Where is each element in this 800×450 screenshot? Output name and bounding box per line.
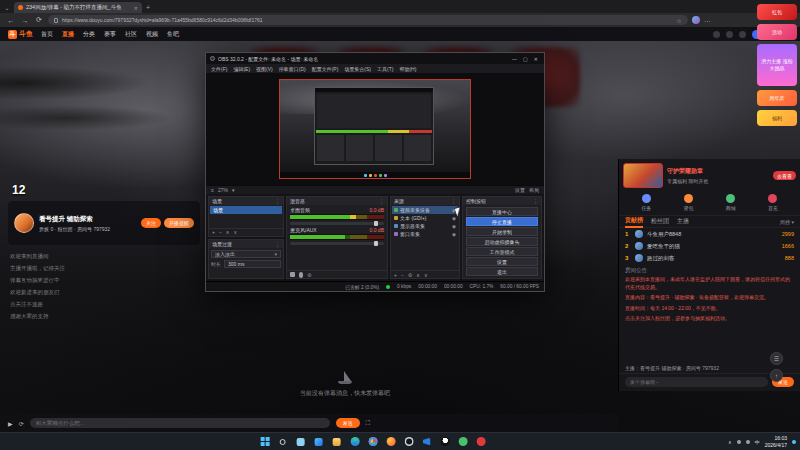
promo-hero-card[interactable]: 守护荣耀勋章 专属福利 限时开抢 去看看 (619, 159, 800, 192)
scene-add-icon[interactable]: + (212, 229, 215, 235)
speaker-icon[interactable] (290, 272, 295, 277)
refresh-player-icon[interactable]: ⟳ (19, 420, 24, 427)
more-menu-fab[interactable]: ☰ (770, 352, 783, 365)
start-recording-button[interactable]: 开始录制 (466, 227, 538, 236)
menu-docks[interactable]: 停靠窗口(D) (279, 66, 306, 72)
fullscreen-icon[interactable]: ⛶ (366, 420, 370, 427)
browser-tab[interactable]: 234回放/弹幕 - 助力不打烊直播间_斗鱼 ✕ (14, 2, 142, 13)
obs-minimize-button[interactable]: — (512, 56, 517, 62)
live-center-button[interactable]: 直播中心 (466, 207, 538, 216)
nav-category[interactable]: 分类 (83, 30, 95, 39)
browser-profile-avatar[interactable] (692, 16, 700, 24)
source-item[interactable]: 视频采集设备 ◉ (392, 206, 458, 214)
chrome-browser-icon[interactable] (367, 436, 379, 448)
nav-video[interactable]: 视频 (146, 30, 158, 39)
source-remove-icon[interactable]: − (401, 272, 404, 278)
transition-type-select[interactable]: 淡入淡出▾ (211, 250, 281, 258)
nav-live[interactable]: 直播 (62, 30, 74, 39)
widgets-icon[interactable] (313, 436, 325, 448)
scene-remove-icon[interactable]: − (219, 229, 222, 235)
toolbar-layout[interactable]: 布局 (529, 187, 539, 193)
tab-fanclub[interactable]: 粉丝团 (651, 217, 669, 226)
eye-icon[interactable]: ◉ (452, 224, 456, 229)
follow-button[interactable]: 关注 (141, 218, 161, 228)
rank-row[interactable]: 2 爱吃鱼干的猫 1666 (619, 240, 800, 252)
nav-esports[interactable]: 赛事 (104, 30, 116, 39)
scenes-menu-icon[interactable]: ⋮ (275, 198, 280, 204)
settings-button[interactable]: 设置 (466, 257, 538, 266)
input-language-indicator[interactable]: 中 (755, 439, 760, 445)
menu-scene-collection[interactable]: 场景集合(S) (344, 66, 371, 72)
quick-shop[interactable]: 商城 (726, 194, 736, 211)
menu-file[interactable]: 文件(F) (211, 66, 227, 72)
source-down-icon[interactable]: ∨ (424, 272, 428, 278)
redpacket-badge[interactable]: 红包 (757, 4, 797, 20)
scene-up-icon[interactable]: ∧ (226, 229, 230, 235)
transition-duration-field[interactable]: 300 ms (224, 260, 281, 268)
menu-edit[interactable]: 编辑(E) (233, 66, 250, 72)
tab-search-icon[interactable]: ⌄ (0, 2, 14, 13)
source-gear-icon[interactable]: ⚙ (408, 272, 412, 278)
streamer-avatar[interactable] (14, 213, 34, 233)
source-up-icon[interactable]: ∧ (416, 272, 420, 278)
source-item[interactable]: 显示器采集 ◉ (392, 222, 458, 230)
music-app-icon[interactable] (475, 436, 487, 448)
obs-preview-canvas[interactable] (206, 73, 544, 185)
tab-streamer[interactable]: 主播 (677, 217, 689, 226)
obs-window[interactable]: OBS 32.0.2 - 配置文件: 未命名 - 场景: 未命名 — ▢ ✕ 文… (205, 52, 545, 292)
search-icon[interactable] (713, 31, 720, 38)
scene-item[interactable]: 场景 (210, 206, 282, 214)
virtual-camera-button[interactable]: 启动虚拟摄像头 (466, 237, 538, 246)
menu-profile[interactable]: 配置文件(P) (312, 66, 339, 72)
douyu-logo[interactable]: 斗 斗鱼 (8, 29, 33, 39)
search-icon[interactable] (277, 436, 289, 448)
volume-icon[interactable] (746, 440, 750, 444)
sources-menu-icon[interactable]: ⋮ (451, 198, 456, 204)
tray-expand-icon[interactable]: ∧ (728, 439, 732, 445)
mixer-gear-icon[interactable]: ⚙ (307, 272, 311, 278)
danmaku-input[interactable] (30, 418, 330, 428)
eye-icon[interactable]: ◉ (452, 232, 456, 237)
refresh-icon[interactable]: ⟳ (34, 16, 44, 24)
toolbar-settings[interactable]: 设置 (515, 187, 525, 193)
desktop-audio-slider[interactable] (290, 222, 384, 225)
play-icon[interactable]: ▶ (8, 420, 13, 427)
exit-button[interactable]: 退出 (466, 267, 538, 276)
qq-icon[interactable] (439, 436, 451, 448)
rank-row[interactable]: 3 路过的剑客 888 (619, 252, 800, 264)
notification-icon[interactable] (792, 440, 796, 444)
menu-tools[interactable]: 工具(T) (377, 66, 393, 72)
eye-icon[interactable]: ◉ (452, 216, 456, 221)
tab-contribution[interactable]: 贡献榜 (625, 216, 643, 228)
url-field[interactable]: https://www.douyu.com/797932?dyshid=afa9… (48, 15, 688, 25)
obs-maximize-button[interactable]: ▢ (523, 56, 528, 62)
sidebar-danmaku-input[interactable] (625, 377, 768, 387)
danmaku-send-button[interactable]: 发送 (336, 418, 360, 428)
message-icon[interactable] (726, 31, 733, 38)
drag-handle-icon[interactable]: ≡ (211, 187, 214, 193)
edge-browser-icon[interactable] (349, 436, 361, 448)
source-item[interactable]: 窗口采集 ◉ (392, 230, 458, 238)
menu-view[interactable]: 视图(V) (256, 66, 273, 72)
wechat-icon[interactable] (457, 436, 469, 448)
quick-backpack[interactable]: 背包 (683, 194, 693, 211)
anniversary-badge[interactable]: 周年庆 (757, 90, 797, 106)
quick-task[interactable]: 任务 (641, 194, 651, 211)
welfare-badge[interactable]: 福利 (757, 110, 797, 126)
remind-button[interactable]: 开播提醒 (164, 218, 194, 228)
firefox-browser-icon[interactable] (385, 436, 397, 448)
nav-home[interactable]: 首页 (41, 30, 53, 39)
new-tab-button[interactable]: + (142, 2, 154, 13)
file-explorer-icon[interactable] (331, 436, 343, 448)
mixer-menu-icon[interactable]: ⋮ (379, 198, 384, 204)
back-to-top-fab[interactable]: ↑ (770, 369, 783, 382)
controls-menu-icon[interactable]: ⋮ (533, 198, 538, 204)
back-icon[interactable]: ← (6, 17, 16, 24)
source-item[interactable]: 文本 (GDI+) ◉ (392, 214, 458, 222)
nav-yuba[interactable]: 鱼吧 (167, 30, 179, 39)
stop-streaming-button[interactable]: 停止直播 (466, 217, 538, 226)
transitions-menu-icon[interactable]: ⋮ (275, 241, 280, 247)
quick-firstcharge[interactable]: 首充 (768, 194, 778, 211)
obs-close-button[interactable]: ✕ (534, 56, 538, 62)
rank-filter[interactable]: 周榜 ▾ (780, 219, 794, 225)
